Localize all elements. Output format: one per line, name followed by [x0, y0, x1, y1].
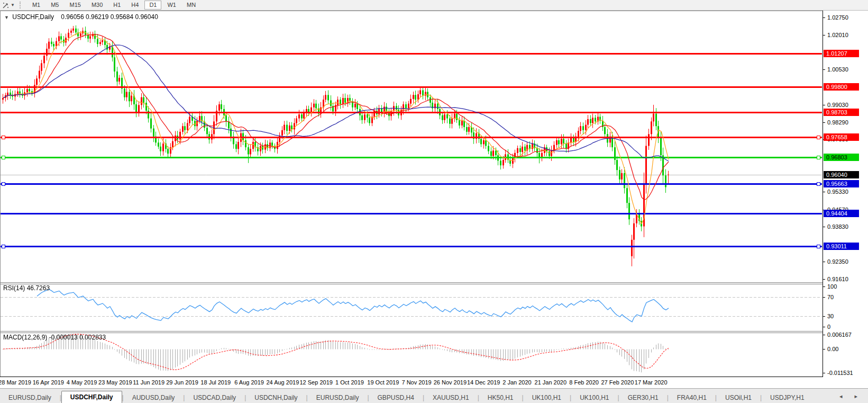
price-tick-label: 0.98290 [823, 119, 848, 126]
price-tick-label: 0.95330 [823, 189, 848, 195]
macd-tick-label: 0.00 [823, 346, 838, 352]
timeframe-button-m30[interactable]: M30 [87, 1, 107, 10]
rsi-tick-label: 0 [823, 324, 830, 330]
price-level-badge: 0.99800 [824, 83, 859, 91]
chart-tab-bar: EURUSD,Daily|USDCHF,Daily|AUDUSD,Daily|U… [0, 388, 868, 403]
price-level-badge: 0.96040 [824, 171, 859, 178]
chart-tab-audusd-2[interactable]: AUDUSD,Daily [124, 392, 184, 403]
crosshair-cursor-tool-icon[interactable] [1, 1, 11, 9]
tab-scroll-arrows[interactable]: ◂ ▸ [839, 393, 863, 400]
date-axis-label: 17 Mar 2020 [627, 379, 675, 386]
price-level-badge: 1.01207 [824, 50, 859, 57]
price-tick-label: 1.00530 [823, 66, 848, 73]
chart-tab-usoil-13[interactable]: USOil,H1 [717, 392, 760, 403]
price-level-badge: 0.93011 [824, 243, 859, 250]
chart-tab-usdcad-3[interactable]: USDCAD,Daily [185, 392, 244, 403]
toolbar-grip [20, 2, 23, 8]
top-toolbar: ▼ M1M5M15M30H1H4D1W1MN [0, 0, 868, 11]
price-level-badge: 0.98703 [824, 109, 859, 116]
chart-tab-eurusd-0[interactable]: EURUSD,Daily [0, 392, 60, 403]
price-tick-label: 0.99030 [823, 102, 848, 108]
timeframe-button-mn[interactable]: MN [182, 1, 200, 10]
timeframe-button-w1[interactable]: W1 [162, 1, 181, 10]
chart-tab-gbpusd-6[interactable]: GBPUSD,H4 [369, 392, 423, 403]
macd-indicator-label: MACD(12,26,9) -0.000013 0.002833 [3, 334, 106, 341]
price-tick-label: 1.02010 [823, 32, 848, 38]
price-axis[interactable]: 1.027501.020101.005300.990300.982900.975… [823, 11, 868, 377]
chart-tab-usdjpy-14[interactable]: USDJPY,H1 [762, 392, 812, 403]
timeframe-button-h1[interactable]: H1 [108, 1, 125, 10]
timeframe-button-m5[interactable]: M5 [46, 1, 63, 10]
price-level-badge: 0.94404 [824, 210, 859, 217]
chart-tab-uk100-9[interactable]: UK100,H1 [524, 392, 570, 403]
chart-symbol-label: USDCHF,Daily [12, 13, 54, 21]
price-tick-label: 0.93830 [823, 223, 848, 230]
chart-ohlc-values: 0.96056 0.96219 0.95684 0.96040 [61, 13, 158, 21]
timeframe-button-d1[interactable]: D1 [144, 1, 161, 10]
rsi-tick-label: 70 [823, 294, 834, 300]
chart-tab-uk100-10[interactable]: UK100,H1 [571, 392, 617, 403]
symbol-dropdown-icon[interactable]: ▼ [4, 15, 9, 20]
price-tick-label: 1.02750 [823, 14, 848, 21]
chart-tab-eurusd-5[interactable]: EURUSD,Daily [308, 392, 368, 403]
date-axis[interactable]: 28 Mar 201916 Apr 20194 May 201923 May 2… [0, 377, 868, 388]
chart-tab-ger30-11[interactable]: GER30,H1 [619, 392, 667, 403]
chart-tab-hk50-8[interactable]: HK50,H1 [479, 392, 522, 403]
macd-tick-label: 0.006167 [823, 332, 852, 338]
rsi-indicator-label: RSI(14) 46.7263 [3, 284, 50, 292]
timeframe-button-h4[interactable]: H4 [126, 1, 143, 10]
chart-tab-fra40-12[interactable]: FRA40,H1 [669, 392, 715, 403]
chart-tab-usdchf-1[interactable]: USDCHF,Daily [61, 391, 122, 403]
price-tick-label: 0.92350 [823, 258, 848, 265]
price-level-badge: 0.96803 [824, 154, 859, 161]
macd-tick-label: -0.011531 [823, 370, 853, 376]
price-chart-canvas[interactable] [0, 11, 823, 377]
timeframe-button-m1[interactable]: M1 [28, 1, 45, 10]
timeframe-button-m15[interactable]: M15 [65, 1, 85, 10]
rsi-tick-label: 100 [823, 283, 837, 290]
rsi-tick-label: 30 [823, 313, 834, 319]
chart-tab-xauusd-7[interactable]: XAUUSD,H1 [424, 392, 478, 403]
price-level-badge: 0.95663 [824, 180, 859, 187]
chevron-down-icon[interactable]: ▼ [11, 3, 15, 7]
chart-tab-usdcnh-4[interactable]: USDCNH,Daily [246, 392, 306, 403]
price-tick-label: 0.91610 [823, 276, 848, 282]
chart-title: ▼ USDCHF,Daily 0.96056 0.96219 0.95684 0… [4, 13, 158, 21]
rsi-value: 46.7263 [27, 284, 50, 292]
macd-values: -0.000013 0.002833 [49, 334, 106, 341]
price-level-badge: 0.97658 [824, 133, 859, 141]
